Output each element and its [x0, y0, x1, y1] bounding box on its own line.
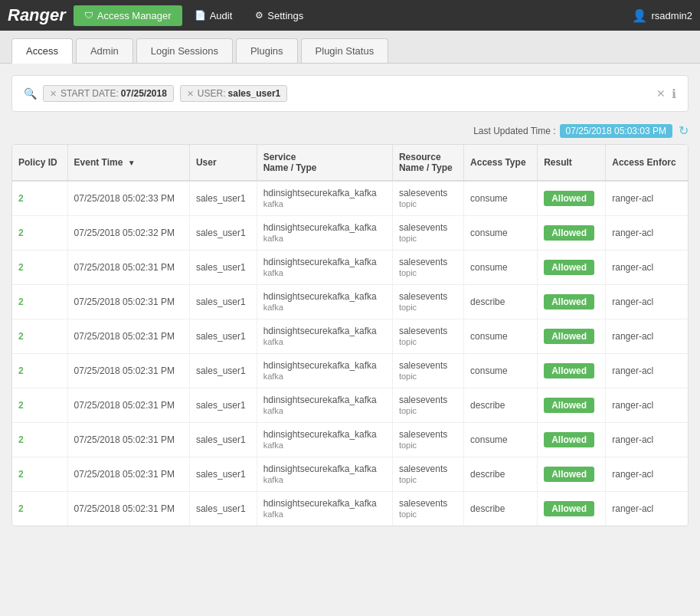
cell-policy-id: 2 — [12, 285, 67, 319]
policy-id-link[interactable]: 2 — [18, 331, 24, 342]
cell-access-enforcer: ranger-acl — [606, 457, 688, 492]
result-badge: Allowed — [544, 225, 594, 241]
table-row: 2 07/25/2018 05:02:31 PM sales_user1 hdi… — [12, 423, 688, 457]
tab-admin[interactable]: Admin — [76, 38, 133, 63]
cell-event-time: 07/25/2018 05:02:31 PM — [67, 423, 189, 457]
cell-access-enforcer: ranger-acl — [606, 388, 688, 423]
nav-audit[interactable]: 📄 Audit — [184, 5, 244, 26]
policy-id-link[interactable]: 2 — [18, 297, 24, 307]
service-name: hdinsightsecurekafka_kafka — [263, 257, 377, 267]
service-name: hdinsightsecurekafka_kafka — [263, 222, 377, 233]
col-access-type: Access Type — [464, 145, 538, 181]
refresh-button[interactable]: ↻ — [679, 123, 689, 138]
result-badge: Allowed — [544, 294, 594, 310]
policy-id-link[interactable]: 2 — [18, 503, 24, 514]
shield-icon: 🛡 — [84, 10, 93, 21]
app-logo: Ranger — [8, 5, 66, 25]
tab-access[interactable]: Access — [11, 38, 73, 64]
cell-access-type: consume — [464, 251, 538, 285]
resource-type: topic — [399, 510, 417, 519]
policy-id-link[interactable]: 2 — [18, 365, 24, 376]
cell-access-enforcer: ranger-acl — [606, 492, 688, 526]
cell-access-type: consume — [464, 354, 538, 388]
nav-access-manager[interactable]: 🛡 Access Manager — [74, 5, 182, 26]
cell-result: Allowed — [538, 181, 606, 216]
cell-user: sales_user1 — [189, 457, 257, 492]
cell-user: sales_user1 — [189, 285, 257, 319]
result-badge: Allowed — [544, 467, 594, 482]
filter-start-date-close[interactable]: ✕ — [50, 89, 57, 99]
cell-event-time: 07/25/2018 05:02:31 PM — [67, 457, 189, 492]
filter-start-date[interactable]: ✕ START DATE: 07/25/2018 — [43, 85, 174, 102]
policy-id-link[interactable]: 2 — [18, 469, 24, 480]
filter-user-close[interactable]: ✕ — [187, 89, 194, 99]
service-type: kafka — [263, 372, 283, 381]
col-event-time[interactable]: Event Time ▼ — [67, 145, 189, 181]
cell-event-time: 07/25/2018 05:02:31 PM — [67, 492, 189, 526]
policy-id-link[interactable]: 2 — [18, 193, 24, 204]
resource-type: topic — [399, 337, 417, 346]
cell-result: Allowed — [538, 354, 606, 388]
service-name: hdinsightsecurekafka_kafka — [263, 291, 377, 302]
cell-access-type: describe — [464, 457, 538, 492]
main-content: 🔍 ✕ START DATE: 07/25/2018 ✕ USER: sales… — [0, 64, 700, 538]
cell-user: sales_user1 — [189, 319, 257, 354]
service-name: hdinsightsecurekafka_kafka — [263, 498, 377, 509]
tab-plugins[interactable]: Plugins — [236, 38, 298, 63]
resource-name: salesevents — [399, 395, 447, 405]
cell-resource: salesevents topic — [392, 181, 463, 216]
cell-access-enforcer: ranger-acl — [606, 251, 688, 285]
policy-id-link[interactable]: 2 — [18, 434, 24, 445]
updated-time-row: Last Updated Time : 07/25/2018 05:03:03 … — [11, 123, 689, 138]
resource-type: topic — [399, 475, 417, 484]
service-type: kafka — [263, 406, 283, 415]
cell-event-time: 07/25/2018 05:02:31 PM — [67, 251, 189, 285]
table-row: 2 07/25/2018 05:02:32 PM sales_user1 hdi… — [12, 216, 688, 251]
service-type: kafka — [263, 303, 283, 312]
cell-service: hdinsightsecurekafka_kafka kafka — [257, 492, 392, 526]
filter-user[interactable]: ✕ USER: sales_user1 — [180, 85, 287, 102]
audit-table: Policy ID Event Time ▼ User ServiceName … — [12, 145, 688, 526]
cell-resource: salesevents topic — [392, 492, 463, 526]
cell-event-time: 07/25/2018 05:02:32 PM — [67, 216, 189, 251]
cell-service: hdinsightsecurekafka_kafka kafka — [257, 354, 392, 388]
search-clear-button[interactable]: ✕ — [656, 87, 666, 100]
cell-resource: salesevents topic — [392, 388, 463, 423]
cell-access-type: describe — [464, 285, 538, 319]
cell-resource: salesevents topic — [392, 457, 463, 492]
cell-access-enforcer: ranger-acl — [606, 319, 688, 354]
policy-id-link[interactable]: 2 — [18, 228, 24, 238]
cell-access-enforcer: ranger-acl — [606, 423, 688, 457]
resource-name: salesevents — [399, 498, 447, 509]
nav-settings-label: Settings — [267, 10, 303, 21]
service-name: hdinsightsecurekafka_kafka — [263, 326, 377, 336]
nav-audit-label: Audit — [210, 10, 233, 21]
result-badge: Allowed — [544, 432, 594, 447]
tab-login-sessions[interactable]: Login Sessions — [136, 38, 233, 63]
username: rsadmin2 — [652, 10, 692, 21]
cell-event-time: 07/25/2018 05:02:31 PM — [67, 388, 189, 423]
info-icon[interactable]: ℹ — [672, 87, 676, 101]
cell-resource: salesevents topic — [392, 319, 463, 354]
col-user: User — [189, 145, 257, 181]
service-name: hdinsightsecurekafka_kafka — [263, 464, 377, 474]
updated-time-badge: 07/25/2018 05:03:03 PM — [560, 124, 672, 138]
filter-start-date-label: START DATE: — [61, 88, 119, 99]
cell-result: Allowed — [538, 216, 606, 251]
tab-plugin-status[interactable]: Plugin Status — [301, 38, 389, 63]
cell-access-enforcer: ranger-acl — [606, 216, 688, 251]
policy-id-link[interactable]: 2 — [18, 262, 24, 273]
resource-name: salesevents — [399, 326, 447, 336]
cell-access-enforcer: ranger-acl — [606, 285, 688, 319]
service-type: kafka — [263, 199, 283, 208]
policy-id-link[interactable]: 2 — [18, 400, 24, 411]
service-type: kafka — [263, 337, 283, 346]
cell-policy-id: 2 — [12, 354, 67, 388]
service-name: hdinsightsecurekafka_kafka — [263, 360, 377, 371]
cell-policy-id: 2 — [12, 492, 67, 526]
cell-access-type: consume — [464, 216, 538, 251]
header-user[interactable]: 👤 rsadmin2 — [632, 8, 692, 23]
resource-name: salesevents — [399, 360, 447, 371]
nav-settings[interactable]: ⚙ Settings — [244, 5, 314, 26]
tabs-bar: Access Admin Login Sessions Plugins Plug… — [0, 31, 700, 64]
